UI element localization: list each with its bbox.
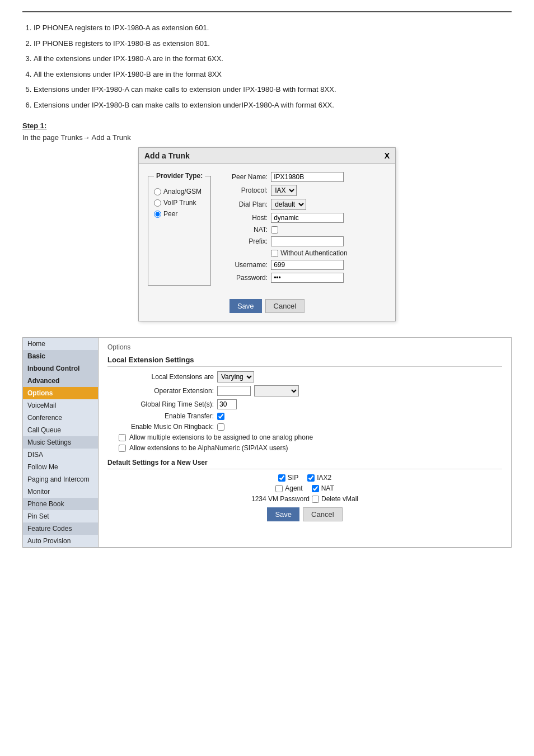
agent-nat-row: Agent NAT	[107, 484, 502, 492]
radio-peer[interactable]	[154, 211, 161, 218]
allow-alphanumeric-checkbox[interactable]	[119, 445, 126, 452]
sidebar: Home Basic Inbound Control Advanced Opti…	[23, 338, 99, 547]
sidebar-item-monitor[interactable]: Monitor	[23, 486, 98, 498]
operator-ext-row: Operator Extension:	[107, 385, 502, 396]
operator-ext-label: Operator Extension:	[107, 387, 214, 395]
global-ring-input[interactable]	[217, 399, 237, 409]
password-input[interactable]	[271, 273, 344, 283]
protocol-select[interactable]: IAX	[271, 185, 297, 196]
global-ring-label: Global Ring Time Set(s):	[107, 400, 214, 408]
local-ext-label: Local Extensions are	[107, 373, 214, 381]
list-item: All the extensions under IPX-1980-A are …	[34, 53, 512, 64]
username-row: Username:	[220, 260, 386, 270]
radio-analog-gsm[interactable]	[154, 188, 161, 195]
host-input[interactable]	[271, 213, 344, 223]
dialog-footer: Save Cancel	[139, 293, 395, 321]
default-settings-section: Default Settings for a New User SIP IAX2…	[107, 459, 502, 521]
list-item: All the extensions under IPX-1980-B are …	[34, 69, 512, 80]
allow-multiple-label: Allow multiple extensions to be assigned…	[129, 433, 313, 441]
enable-transfer-checkbox[interactable]	[217, 413, 224, 420]
default-settings-title: Default Settings for a New User	[107, 459, 502, 469]
radio-analog-gsm-row: Analog/GSM	[154, 188, 205, 195]
top-rule	[22, 11, 512, 12]
dialog-save-button[interactable]: Save	[229, 299, 262, 313]
host-row: Host:	[220, 213, 386, 223]
iax2-label: IAX2	[317, 474, 331, 482]
radio-voip-trunk-row: VoIP Trunk	[154, 199, 205, 207]
iax2-checkbox[interactable]	[307, 474, 315, 482]
radio-analog-gsm-label: Analog/GSM	[163, 188, 202, 195]
allow-alphanumeric-row: Allow extensions to be AlphaNumeric (SIP…	[107, 444, 502, 452]
dialog-close-button[interactable]: X	[385, 151, 390, 160]
nat-label: NAT	[321, 484, 334, 492]
sidebar-item-paging-intercom[interactable]: Paging and Intercom	[23, 473, 98, 486]
admin-save-button[interactable]: Save	[267, 507, 299, 521]
nat-label: NAT:	[220, 226, 268, 234]
options-tab-label: Options	[107, 343, 502, 351]
dial-plan-row: Dial Plan: default	[220, 199, 386, 210]
enable-transfer-row: Enable Transfer:	[107, 412, 502, 420]
allow-multiple-checkbox[interactable]	[119, 434, 126, 441]
dialog-title: Add a Trunk	[144, 151, 190, 160]
sidebar-item-home[interactable]: Home	[23, 338, 98, 350]
radio-peer-label: Peer	[163, 210, 177, 218]
peer-name-row: Peer Name:	[220, 172, 386, 182]
global-ring-row: Global Ring Time Set(s):	[107, 399, 502, 409]
delete-vmail-label: Delete vMail	[321, 495, 358, 503]
radio-voip-trunk[interactable]	[154, 199, 161, 207]
username-input[interactable]	[271, 260, 344, 270]
radio-peer-row: Peer	[154, 210, 205, 218]
admin-cancel-button[interactable]: Cancel	[303, 507, 342, 521]
peer-name-input[interactable]	[271, 172, 344, 182]
vm-password-row: 1234 VM Password Delete vMail	[107, 495, 502, 503]
sidebar-item-auto-provision[interactable]: Auto Provision	[23, 535, 98, 547]
sidebar-item-advanced[interactable]: Advanced	[23, 375, 98, 387]
sidebar-item-music-settings[interactable]: Music Settings	[23, 436, 98, 449]
vm-password-checkbox[interactable]	[312, 496, 319, 503]
without-auth-checkbox[interactable]	[271, 250, 278, 257]
vm-password-label: 1234 VM Password	[251, 495, 310, 503]
dial-plan-select[interactable]: default	[271, 199, 306, 210]
sidebar-item-options[interactable]: Options	[23, 387, 98, 399]
local-ext-select[interactable]: Varying	[217, 371, 254, 382]
provider-type-legend: Provider Type:	[154, 172, 205, 180]
sidebar-item-disa[interactable]: DISA	[23, 449, 98, 461]
nat-checkbox[interactable]	[271, 226, 278, 234]
radio-voip-trunk-label: VoIP Trunk	[163, 199, 196, 207]
add-trunk-dialog: Add a Trunk X Provider Type: Analog/GSM …	[138, 147, 396, 321]
operator-ext-select[interactable]	[254, 385, 299, 396]
protocol-label: Protocol:	[220, 186, 268, 194]
dialog-cancel-button[interactable]: Cancel	[265, 299, 305, 313]
agent-checkbox[interactable]	[275, 485, 283, 492]
sidebar-item-feature-codes[interactable]: Feature Codes	[23, 522, 98, 535]
sidebar-item-follow-me[interactable]: Follow Me	[23, 461, 98, 473]
enable-music-row: Enable Music On Ringback:	[107, 423, 502, 431]
prefix-input[interactable]	[271, 236, 344, 246]
sidebar-item-basic[interactable]: Basic	[23, 350, 98, 362]
sidebar-item-conference[interactable]: Conference	[23, 412, 98, 424]
numbered-list: IP PHONEA registers to IPX-1980-A as ext…	[34, 22, 512, 110]
agent-label: Agent	[285, 484, 302, 492]
step-description: In the page Trunks→ Add a Trunk	[22, 133, 512, 142]
list-item: IP PHONEB registers to IPX-1980-B as ext…	[34, 38, 512, 49]
admin-bottom-buttons: Save Cancel	[107, 507, 502, 521]
enable-music-checkbox[interactable]	[217, 423, 224, 431]
admin-panel: Home Basic Inbound Control Advanced Opti…	[22, 337, 512, 548]
trunk-form-fields: Peer Name: Protocol: IAX Dial Plan: defa…	[220, 172, 386, 286]
without-auth-label: Without Authentication	[280, 249, 347, 257]
peer-name-label: Peer Name:	[220, 173, 268, 181]
sip-col: SIP	[278, 474, 298, 482]
allow-alphanumeric-label: Allow extensions to be AlphaNumeric (SIP…	[129, 444, 288, 452]
sidebar-item-pin-set[interactable]: Pin Set	[23, 510, 98, 522]
without-auth-row: Without Authentication	[271, 249, 386, 257]
sip-checkbox[interactable]	[278, 474, 285, 482]
sidebar-item-voicemail[interactable]: VoiceMail	[23, 399, 98, 412]
sidebar-item-phone-book[interactable]: Phone Book	[23, 498, 98, 510]
operator-ext-input[interactable]	[217, 386, 251, 396]
nat-col: NAT	[312, 484, 334, 492]
sidebar-item-call-queue[interactable]: Call Queue	[23, 424, 98, 436]
sidebar-item-inbound-control[interactable]: Inbound Control	[23, 362, 98, 375]
list-item: IP PHONEA registers to IPX-1980-A as ext…	[34, 22, 512, 34]
protocol-row: Protocol: IAX	[220, 185, 386, 196]
nat-checkbox-default[interactable]	[312, 485, 319, 492]
